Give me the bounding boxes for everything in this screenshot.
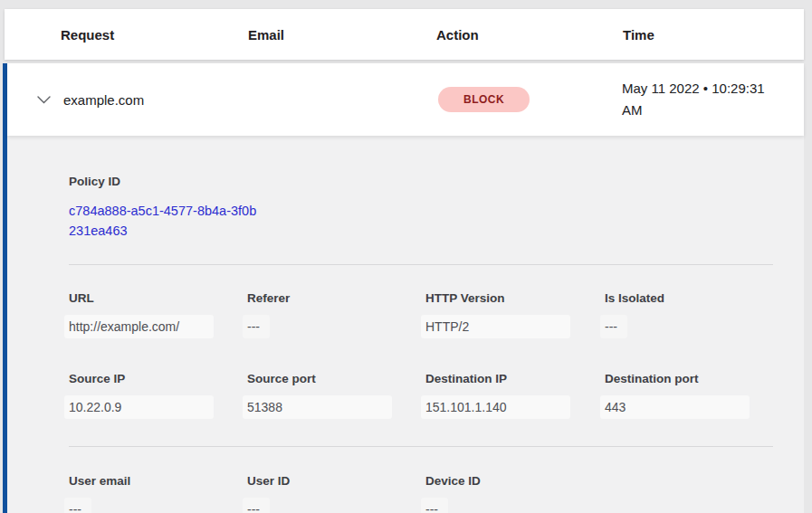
expanded-record-card: example.com BLOCK May 11 2022 • 10:29:31… — [3, 63, 804, 513]
field-device-id: Device ID --- — [425, 474, 605, 513]
field-http-version: HTTP Version HTTP/2 — [425, 291, 605, 338]
field-referer: Referer --- — [247, 291, 425, 338]
table-row[interactable]: example.com BLOCK May 11 2022 • 10:29:31… — [7, 63, 804, 136]
field-url-label: URL — [69, 291, 247, 305]
field-source-port-label: Source port — [247, 372, 425, 385]
field-user-email: User email --- — [69, 474, 247, 513]
row-action-cell: BLOCK — [438, 87, 622, 112]
field-user-email-label: User email — [69, 474, 247, 488]
field-referer-value: --- — [243, 315, 270, 338]
field-is-isolated-value: --- — [600, 315, 627, 338]
row-expand-toggle[interactable] — [7, 96, 63, 104]
field-is-isolated-label: Is Isolated — [605, 291, 773, 305]
field-user-id-value: --- — [243, 498, 270, 513]
field-url-value: http://example.com/ — [64, 315, 214, 338]
field-user-id-label: User ID — [247, 474, 425, 488]
field-source-ip-label: Source IP — [69, 372, 247, 385]
policy-id-link[interactable]: c784a888-a5c1-4577-8b4a-3f0b231ea463 — [69, 202, 259, 241]
column-header-request: Request — [61, 27, 248, 43]
field-user-id: User ID --- — [247, 474, 425, 513]
chevron-down-icon — [37, 96, 51, 104]
field-referer-label: Referer — [247, 291, 425, 305]
column-header-time: Time — [623, 27, 804, 43]
field-destination-port-value: 443 — [600, 395, 750, 419]
details-row-user: User email --- User ID --- Device ID --- — [69, 474, 773, 513]
field-destination-port: Destination port 443 — [605, 372, 773, 419]
table-header: Request Email Action Time — [5, 9, 804, 60]
field-http-version-value: HTTP/2 — [421, 315, 570, 338]
field-spacer — [605, 474, 773, 513]
column-header-action: Action — [436, 27, 623, 43]
field-source-port: Source port 51388 — [247, 372, 425, 419]
status-badge-block: BLOCK — [438, 87, 530, 112]
field-source-ip-value: 10.22.0.9 — [64, 395, 214, 419]
column-header-email: Email — [248, 27, 436, 43]
logs-page: Request Email Action Time example.com BL… — [0, 0, 812, 513]
field-destination-ip-value: 151.101.1.140 — [421, 395, 570, 419]
field-http-version-label: HTTP Version — [425, 291, 605, 305]
row-time-value: May 11 2022 • 10:29:31 AM — [622, 78, 804, 121]
field-url: URL http://example.com/ — [69, 291, 247, 338]
section-divider — [69, 446, 773, 447]
section-divider — [69, 264, 773, 265]
field-source-ip: Source IP 10.22.0.9 — [69, 372, 247, 419]
field-device-id-label: Device ID — [425, 474, 605, 488]
field-source-port-value: 51388 — [243, 395, 392, 419]
field-is-isolated: Is Isolated --- — [605, 291, 773, 338]
record-details-panel: Policy ID c784a888-a5c1-4577-8b4a-3f0b23… — [7, 136, 804, 513]
details-row-network: Source IP 10.22.0.9 Source port 51388 De… — [69, 372, 773, 419]
field-destination-ip: Destination IP 151.101.1.140 — [425, 372, 605, 419]
policy-id-label: Policy ID — [69, 175, 259, 188]
field-destination-ip-label: Destination IP — [425, 372, 605, 385]
policy-id-block: Policy ID c784a888-a5c1-4577-8b4a-3f0b23… — [69, 175, 259, 241]
details-row-http: URL http://example.com/ Referer --- HTTP… — [69, 291, 773, 338]
field-user-email-value: --- — [64, 498, 91, 513]
row-request-value: example.com — [63, 92, 438, 108]
field-destination-port-label: Destination port — [605, 372, 773, 385]
field-device-id-value: --- — [421, 498, 448, 513]
